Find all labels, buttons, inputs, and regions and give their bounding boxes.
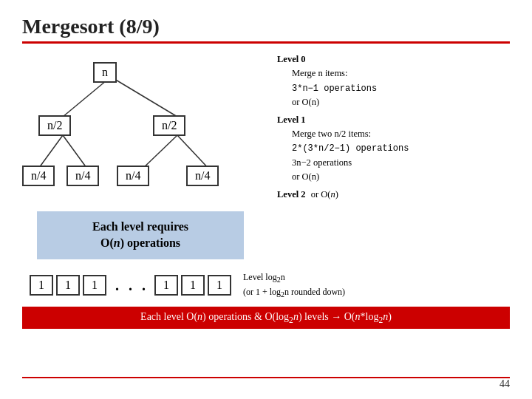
leaves-row: 1 1 1 . . . 1 1 1 Level log2n (or 1 + lo… (30, 270, 510, 301)
level0-block: Level 0 Merge n items: 3*n−1 operations … (277, 52, 510, 110)
level0-line1: Merge n items: (292, 68, 347, 78)
level1-line1: Merge two n/2 items: (292, 129, 371, 139)
node-l2-1: n/4 (22, 166, 55, 186)
level1-block: Level 1 Merge two n/2 items: 2*(3*n/2−1)… (277, 113, 510, 185)
info-section: Level 0 Merge n items: 3*n−1 operations … (266, 52, 510, 259)
leaf-6: 1 (208, 275, 231, 296)
highlight-line2: O(n) O(n) operationsoperations (100, 236, 180, 249)
leaf-3: 1 (83, 275, 106, 296)
level1-label: Level 1 (277, 115, 306, 125)
bottom-bar: Each level O(n) operations & O(log2n) le… (22, 307, 510, 330)
node-root: n (93, 62, 117, 83)
page-number: 44 (499, 378, 510, 390)
bottom-line (22, 377, 510, 378)
dots: . . . (115, 277, 149, 294)
level2-block: Level 2 or O(n) (277, 188, 510, 202)
tree-section: n n/2 n/2 n/4 n/4 n/4 n/4 Each level req… (22, 52, 266, 259)
svg-line-1 (111, 77, 177, 117)
title-underline (22, 41, 510, 44)
leaf-4: 1 (154, 275, 178, 296)
level-log-text: Level log2n (or 1 + log2n rounded down) (243, 270, 345, 301)
level2-label: Level 2 (277, 189, 306, 200)
level2-oron: or O(n) (311, 189, 338, 200)
highlight-line1: Each level requires (92, 220, 188, 233)
leaf-2: 1 (56, 275, 80, 296)
slide: Mergesort (8/9) (0, 0, 532, 399)
level1-content: Merge two n/2 items: 2*(3*n/2−1) operati… (292, 127, 510, 185)
node-l2-2: n/4 (66, 166, 99, 186)
level0-line2: 3*n−1 operations (292, 83, 377, 94)
leaf-5: 1 (181, 275, 205, 296)
tree-container: n n/2 n/2 n/4 n/4 n/4 n/4 (22, 56, 244, 204)
level1-line4: or O(n) (292, 171, 319, 182)
highlight-box: Each level requires O(n) O(n) operations… (37, 211, 244, 259)
leaf-1: 1 (30, 275, 53, 296)
content-area: n n/2 n/2 n/4 n/4 n/4 n/4 Each level req… (22, 52, 510, 259)
svg-line-0 (63, 77, 111, 117)
node-l1-left: n/2 (38, 115, 71, 136)
level0-label: Level 0 (277, 54, 306, 64)
level0-content: Merge n items: 3*n−1 operations or O(n) (292, 66, 510, 109)
node-l2-3: n/4 (117, 166, 149, 186)
level1-line2: 2*(3*n/2−1) operations (292, 143, 409, 154)
page-title: Mergesort (8/9) (22, 15, 510, 38)
node-l2-4: n/4 (186, 166, 219, 186)
level-log-paren: (or 1 + log2n rounded down) (243, 287, 345, 297)
node-l1-right: n/2 (153, 115, 185, 136)
level1-line3: 3n−2 operations (292, 157, 352, 168)
level0-line3: or O(n) (292, 97, 319, 107)
